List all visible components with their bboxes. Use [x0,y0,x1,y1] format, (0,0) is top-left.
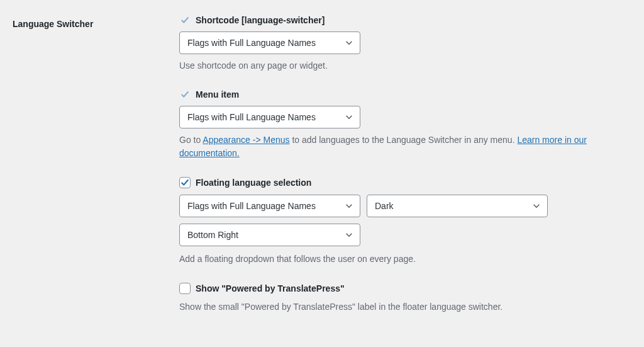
shortcode-label: Shortcode [language-switcher] [196,15,325,25]
shortcode-select[interactable]: Flags with Full Language Names [179,31,360,54]
floating-position-select-value: Bottom Right [187,230,238,240]
floating-names-select[interactable]: Flags with Full Language Names [179,195,360,217]
floating-desc: Add a floating dropdown that follows the… [179,253,619,266]
section-title: Language Switcher [13,15,179,29]
floating-block: Floating language selection Flags with F… [179,177,619,266]
fields-column: Shortcode [language-switcher] Flags with… [179,15,631,314]
powered-block: Show "Powered by TranslatePress" Show th… [179,283,619,314]
menuitem-desc-pre: Go to [179,135,203,145]
chevron-down-icon [532,202,541,210]
checkmark-icon [180,16,189,25]
shortcode-desc: Use shortcode on any page or widget. [179,59,619,73]
menuitem-desc-mid: to add languages to the Language Switche… [290,135,518,145]
floating-position-select[interactable]: Bottom Right [179,224,360,246]
menuitem-block: Menu item Flags with Full Language Names… [179,89,619,161]
chevron-down-icon [345,230,353,239]
floating-checkbox[interactable] [179,177,191,188]
chevron-down-icon [345,113,353,122]
checkmark-icon [180,178,189,187]
floating-theme-select[interactable]: Dark [367,195,548,217]
shortcode-checkbox[interactable] [179,15,191,25]
chevron-down-icon [345,38,353,47]
powered-desc: Show the small "Powered by TranslatePres… [179,300,619,314]
shortcode-block: Shortcode [language-switcher] Flags with… [179,15,619,73]
menuitem-select-value: Flags with Full Language Names [187,112,316,122]
menuitem-checkbox[interactable] [179,89,191,100]
floating-label: Floating language selection [196,178,311,188]
menuitem-label: Menu item [196,89,239,100]
shortcode-select-value: Flags with Full Language Names [187,38,316,48]
checkmark-icon [180,90,189,99]
chevron-down-icon [345,202,353,210]
floating-names-select-value: Flags with Full Language Names [187,201,316,211]
appearance-menus-link[interactable]: Appearance -> Menus [203,135,289,145]
floating-theme-select-value: Dark [375,201,394,211]
powered-label: Show "Powered by TranslatePress" [196,283,345,293]
menuitem-select[interactable]: Flags with Full Language Names [179,106,360,128]
menuitem-desc: Go to Appearance -> Menus to add languag… [179,134,619,161]
powered-checkbox[interactable] [179,283,191,294]
